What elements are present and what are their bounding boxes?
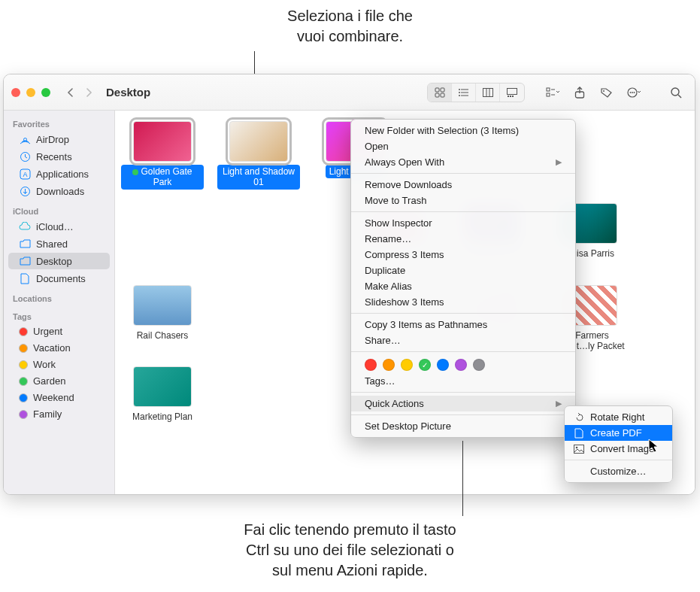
sidebar-item-icloud-drive[interactable]: iCloud…: [8, 218, 110, 235]
sidebar-tag-item[interactable]: Family: [8, 406, 110, 422]
sidebar-item-label: AirDrop: [36, 134, 69, 145]
file-item[interactable]: Marketing Plan: [121, 366, 204, 424]
image-icon: [574, 445, 584, 454]
tag-color-option[interactable]: [383, 359, 395, 371]
svg-point-24: [630, 92, 632, 93]
ctx-duplicate[interactable]: Duplicate: [351, 263, 575, 278]
qa-rotate-right[interactable]: Rotate Right: [565, 409, 672, 425]
zoom-window-button[interactable]: [41, 88, 50, 97]
close-window-button[interactable]: [11, 88, 20, 97]
svg-point-27: [671, 88, 679, 96]
file-item[interactable]: Rail Chasers: [121, 285, 204, 354]
ctx-quick-actions[interactable]: Quick Actions▶: [351, 396, 575, 411]
download-icon: [19, 185, 31, 197]
tag-color-option[interactable]: [419, 359, 431, 371]
qa-create-pdf[interactable]: Create PDF: [565, 425, 672, 441]
sidebar-item-label: Shared: [36, 238, 68, 250]
ctx-tag-colors: [351, 355, 575, 373]
search-button[interactable]: [665, 83, 687, 102]
grid-icon: [435, 87, 445, 98]
icon-view-button[interactable]: [428, 83, 452, 102]
sidebar-item-shared[interactable]: Shared: [8, 235, 110, 252]
apps-icon: A: [19, 168, 31, 180]
tag-color-option[interactable]: [401, 359, 413, 371]
share-button[interactable]: [568, 83, 591, 102]
tag-color-dot: [19, 377, 28, 386]
back-button[interactable]: [62, 84, 79, 101]
sidebar-item-label: Recents: [36, 151, 72, 162]
sidebar-item-desktop[interactable]: Desktop: [8, 253, 110, 269]
columns-icon: [483, 88, 493, 97]
tag-dot-icon: [132, 169, 138, 175]
ctx-copy-pathnames[interactable]: Copy 3 Items as Pathnames: [351, 317, 575, 332]
tag-color-option[interactable]: [455, 359, 467, 371]
gallery-view-button[interactable]: [500, 83, 524, 102]
tag-color-option[interactable]: [437, 359, 449, 371]
sidebar-item-label: iCloud…: [36, 221, 74, 232]
sidebar-item-documents[interactable]: Documents: [8, 270, 110, 287]
separator: [565, 460, 672, 460]
sidebar-item-label: Vacation: [33, 342, 71, 354]
svg-point-8: [459, 92, 460, 93]
tag-color-option[interactable]: [473, 359, 485, 371]
ctx-new-folder-with-selection[interactable]: New Folder with Selection (3 Items): [351, 123, 575, 138]
ctx-slideshow[interactable]: Slideshow 3 Items: [351, 294, 575, 310]
file-thumbnail: [133, 285, 192, 326]
sidebar-item-recents[interactable]: Recents: [8, 148, 110, 165]
ctx-tags[interactable]: Tags…: [351, 373, 575, 389]
pdf-icon: [574, 428, 584, 439]
ctx-make-alias[interactable]: Make Alias: [351, 278, 575, 294]
window-controls: [11, 88, 50, 97]
tags-button[interactable]: [595, 83, 618, 102]
svg-rect-1: [441, 88, 444, 92]
ctx-show-inspector[interactable]: Show Inspector: [351, 215, 575, 231]
file-item[interactable]: Golden Gate Park: [121, 121, 204, 190]
svg-point-35: [576, 446, 578, 448]
context-menu: New Folder with Selection (3 Items) Open…: [350, 119, 576, 438]
document-icon: [19, 272, 31, 284]
sub-label: Convert Image: [590, 443, 654, 454]
sidebar-tag-item[interactable]: Garden: [8, 373, 110, 389]
separator: [351, 211, 575, 212]
separator: [351, 351, 575, 352]
sidebar-tag-item[interactable]: Work: [8, 357, 110, 372]
airdrop-icon: [19, 133, 31, 145]
sidebar-heading-locations: Locations: [4, 290, 114, 305]
ctx-set-desktop-picture[interactable]: Set Desktop Picture: [351, 418, 575, 434]
folder-icon: [19, 255, 31, 267]
sidebar-item-applications[interactable]: A Applications: [8, 165, 110, 182]
sidebar-tag-item[interactable]: Weekend: [8, 390, 110, 405]
qa-convert-image[interactable]: Convert Image: [565, 441, 672, 457]
sidebar-item-downloads[interactable]: Downloads: [8, 183, 110, 199]
minimize-window-button[interactable]: [26, 88, 35, 97]
ctx-share[interactable]: Share…: [351, 332, 575, 348]
ctx-remove-downloads[interactable]: Remove Downloads: [351, 177, 575, 193]
svg-rect-15: [510, 96, 511, 97]
view-mode-group: [427, 83, 525, 102]
callout-text: Fai clic tenendo premuto il tasto: [0, 520, 700, 540]
ctx-open[interactable]: Open: [351, 138, 575, 154]
forward-button[interactable]: [80, 84, 97, 101]
sidebar-item-airdrop[interactable]: AirDrop: [8, 131, 110, 147]
ctx-label: Set Desktop Picture: [365, 420, 451, 432]
more-actions-button[interactable]: [623, 83, 645, 102]
group-by-button[interactable]: [541, 83, 564, 102]
column-view-button[interactable]: [476, 83, 500, 102]
ctx-move-to-trash[interactable]: Move to Trash: [351, 193, 575, 208]
tag-color-option[interactable]: [365, 359, 377, 371]
sub-label: Customize…: [590, 466, 646, 477]
chevron-right-icon: [85, 88, 92, 97]
list-view-button[interactable]: [452, 83, 476, 102]
folder-icon: [19, 238, 31, 250]
ctx-rename[interactable]: Rename…: [351, 231, 575, 247]
ctx-always-open-with[interactable]: Always Open With▶: [351, 154, 575, 170]
sidebar-tag-item[interactable]: Urgent: [8, 323, 110, 339]
ctx-compress[interactable]: Compress 3 Items: [351, 247, 575, 263]
tag-color-dot: [19, 344, 28, 353]
sidebar-tag-item[interactable]: Vacation: [8, 340, 110, 356]
qa-customize[interactable]: Customize…: [565, 463, 672, 479]
sidebar-item-label: Family: [33, 408, 62, 420]
file-item[interactable]: Light and Shadow 01: [217, 121, 300, 190]
sidebar-heading-icloud: iCloud: [4, 202, 114, 217]
svg-text:A: A: [23, 171, 27, 178]
